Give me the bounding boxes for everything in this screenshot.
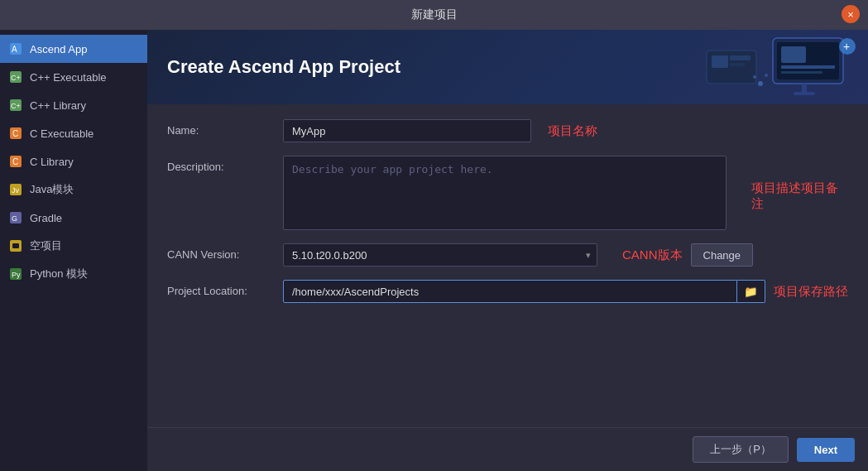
svg-point-32 — [753, 75, 756, 79]
sidebar-item-empty-project[interactable]: 空项目 — [0, 232, 147, 260]
svg-rect-15 — [12, 243, 19, 248]
svg-rect-28 — [712, 55, 728, 68]
description-label: Description: — [167, 156, 283, 173]
cann-label: CANN Version: — [167, 243, 283, 261]
sidebar-item-c-executable-label: C Executable — [30, 127, 94, 140]
sidebar-item-cpp-library[interactable]: C+ C++ Library — [0, 91, 147, 119]
svg-rect-20 — [781, 46, 806, 63]
svg-text:Jv: Jv — [12, 186, 20, 195]
name-row: Name: 项目名称 — [167, 119, 848, 142]
sidebar-item-python-module-label: Python 模块 — [30, 267, 88, 281]
name-input[interactable] — [283, 119, 531, 142]
svg-rect-21 — [781, 65, 835, 69]
dialog: 新建项目 × A Ascend App C+ — [0, 0, 868, 471]
sidebar-item-empty-project-label: 空项目 — [30, 238, 62, 253]
dialog-title: 新建项目 — [411, 7, 458, 22]
project-header: Create Ascend App Project + — [147, 30, 868, 104]
next-button[interactable]: Next — [797, 438, 855, 462]
gradle-icon: G — [8, 210, 23, 225]
change-button[interactable]: Change — [691, 243, 754, 267]
svg-text:G: G — [12, 214, 17, 223]
java-module-icon: Jv — [8, 182, 23, 197]
sidebar-item-gradle-label: Gradle — [30, 212, 62, 224]
svg-text:C+: C+ — [11, 102, 21, 110]
c-executable-icon: C — [8, 126, 23, 141]
location-control: 📁 项目保存路径 — [283, 280, 848, 303]
location-label: Project Location: — [167, 280, 283, 297]
description-control: 项目描述项目备注 — [283, 156, 848, 230]
sidebar-item-cpp-library-label: C++ Library — [30, 99, 86, 112]
svg-text:+: + — [843, 40, 850, 53]
sidebar-item-gradle[interactable]: G Gradle — [0, 204, 147, 232]
cpp-library-icon: C+ — [8, 98, 23, 113]
description-row: Description: 项目描述项目备注 — [167, 156, 848, 230]
c-library-icon: C — [8, 154, 23, 169]
cann-row-inner: 5.10.t20.0.b200 ▾ CANN版本 Change — [283, 243, 848, 267]
prev-button[interactable]: 上一步（P） — [693, 436, 789, 463]
sidebar-item-cpp-executable[interactable]: C+ C++ Executable — [0, 63, 147, 91]
sidebar-item-java-module[interactable]: Jv Java模块 — [0, 175, 147, 204]
cann-version-select[interactable]: 5.10.t20.0.b200 — [283, 243, 597, 267]
name-control: 项目名称 — [283, 119, 848, 142]
sidebar-item-c-executable[interactable]: C C Executable — [0, 119, 147, 147]
description-annotation: 项目描述项目备注 — [751, 156, 848, 212]
svg-point-33 — [765, 74, 768, 77]
cann-select-wrap: 5.10.t20.0.b200 ▾ — [283, 243, 597, 267]
ascend-app-icon: A — [8, 41, 23, 56]
sidebar-item-java-module-label: Java模块 — [30, 182, 74, 197]
svg-text:C+: C+ — [11, 74, 21, 82]
location-input[interactable] — [283, 280, 737, 303]
form-area: Name: 项目名称 Description: 项目描述项目备注 — [147, 104, 868, 427]
location-row: Project Location: 📁 项目保存路径 — [167, 280, 848, 303]
python-module-icon: Py — [8, 267, 23, 281]
cann-row: CANN Version: 5.10.t20.0.b200 ▾ CANN版本 C… — [167, 243, 848, 267]
dialog-footer: 上一步（P） Next — [147, 427, 868, 471]
sidebar-item-cpp-executable-label: C++ Executable — [30, 71, 107, 84]
sidebar-item-python-module[interactable]: Py Python 模块 — [0, 260, 147, 288]
cann-annotation: CANN版本 — [622, 248, 683, 263]
name-label: Name: — [167, 119, 283, 137]
description-textarea[interactable] — [283, 156, 727, 230]
name-annotation: 项目名称 — [548, 123, 597, 139]
sidebar-item-c-library-label: C Library — [30, 156, 74, 168]
sidebar: A Ascend App C+ C++ Executable — [0, 30, 147, 471]
sidebar-item-ascend-app[interactable]: A Ascend App — [0, 35, 147, 63]
svg-text:C: C — [12, 157, 18, 166]
svg-text:Py: Py — [12, 271, 21, 279]
svg-rect-29 — [730, 55, 751, 60]
location-annotation: 项目保存路径 — [774, 284, 848, 300]
sidebar-item-c-library[interactable]: C C Library — [0, 147, 147, 175]
location-row-inner: 📁 项目保存路径 — [283, 280, 848, 303]
svg-rect-24 — [794, 92, 815, 95]
close-button[interactable]: × — [842, 5, 860, 23]
svg-text:A: A — [12, 45, 17, 54]
main-content: Create Ascend App Project + — [147, 30, 868, 471]
svg-point-31 — [758, 81, 763, 86]
dialog-body: A Ascend App C+ C++ Executable — [0, 30, 868, 471]
project-header-title: Create Ascend App Project — [167, 56, 400, 78]
header-illustration: + — [698, 34, 856, 100]
dialog-titlebar: 新建项目 × — [0, 0, 868, 30]
sidebar-item-ascend-app-label: Ascend App — [30, 43, 87, 55]
cpp-executable-icon: C+ — [8, 70, 23, 84]
svg-rect-30 — [730, 63, 745, 66]
svg-text:C: C — [12, 129, 18, 138]
name-field-wrap: 项目名称 — [283, 119, 848, 142]
folder-icon: 📁 — [744, 286, 758, 298]
cann-control: 5.10.t20.0.b200 ▾ CANN版本 Change — [283, 243, 848, 267]
location-browse-button[interactable]: 📁 — [737, 280, 765, 303]
empty-project-icon — [8, 238, 23, 253]
svg-rect-22 — [781, 71, 822, 74]
